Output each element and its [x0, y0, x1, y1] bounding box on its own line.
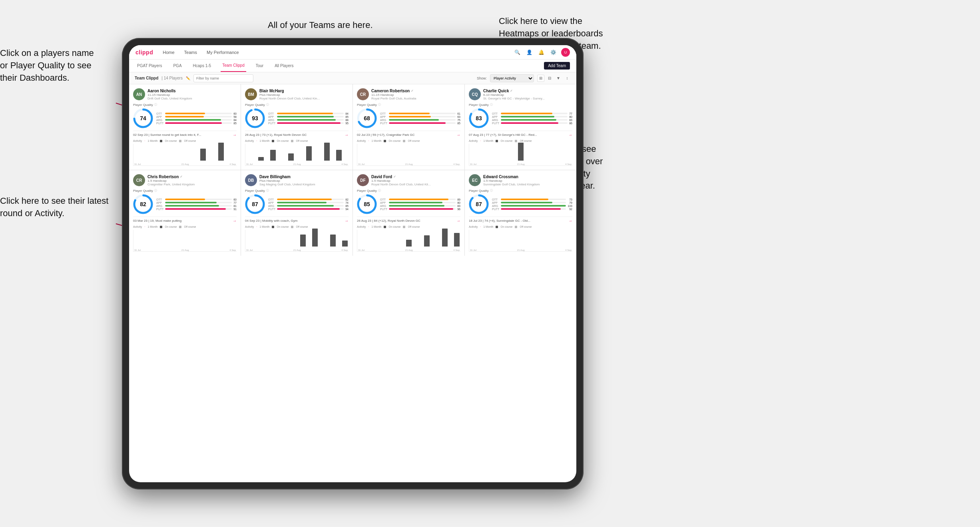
chart-bar [454, 233, 460, 247]
latest-round-arrow[interactable]: → [233, 133, 237, 137]
latest-round[interactable]: 26 Aug 23 | 73 (+1), Royal North Devon G… [245, 131, 349, 137]
player-card[interactable]: DB Dave Billingham Plus Handicap Sag Mag… [241, 170, 353, 256]
quality-section[interactable]: 82 OTT 60 APP 77 ARG 81 PUTT [133, 194, 237, 214]
latest-round[interactable]: 18 Jul 23 | 74 (+4), Sunningdale GC - Ol… [469, 217, 572, 223]
chart-bar [312, 229, 318, 247]
stat-bar-fill [501, 113, 552, 114]
edit-icon[interactable]: ✏️ [186, 76, 190, 80]
stat-value-arg: 88 [345, 119, 349, 121]
quality-circle[interactable]: 83 [469, 108, 489, 128]
activity-legend: On course Off course [384, 139, 420, 142]
quality-section[interactable]: 85 OTT 89 APP 80 ARG 83 PUTT [357, 194, 460, 214]
activity-period[interactable]: 1 Month [147, 225, 157, 228]
quality-section[interactable]: 87 OTT 82 APP 74 ARG 85 PUTT [245, 194, 349, 214]
bell-icon[interactable]: 🔔 [537, 48, 545, 56]
team-title: Team Clippd [135, 76, 158, 80]
tab-pga[interactable]: PGA [171, 60, 183, 72]
filter-input[interactable] [193, 74, 253, 82]
player-card[interactable]: DF David Ford ✓ 1-5 Handicap Royal North… [353, 170, 464, 256]
quality-circle[interactable]: 87 [245, 194, 265, 214]
quality-circle[interactable]: 74 [133, 108, 153, 128]
tab-all-players[interactable]: All Players [273, 60, 295, 72]
quality-section[interactable]: 87 OTT 73 APP 79 ARG 103 PUTT [469, 194, 572, 214]
on-course-dot [160, 226, 162, 228]
player-name[interactable]: Cameron Robertson ✓ [371, 89, 460, 93]
quality-section[interactable]: 83 OTT 77 APP 80 ARG 83 PUTT [469, 108, 572, 128]
activity-period[interactable]: 1 Month [483, 139, 493, 142]
tab-team-clippd[interactable]: Team Clippd [221, 60, 246, 72]
quality-section[interactable]: 74 OTT 60 APP 58 ARG 84 PUTT [133, 108, 237, 128]
quality-section[interactable]: 93 OTT 84 APP 85 ARG 88 PUTT [245, 108, 349, 128]
latest-round-arrow[interactable]: → [233, 219, 237, 223]
chart-date: 31 Jul [358, 163, 365, 165]
latest-round[interactable]: 02 Jul 23 | 59 (+17), Craigmillar Park G… [357, 131, 460, 137]
latest-round-arrow[interactable]: → [345, 219, 349, 223]
latest-round-arrow[interactable]: → [345, 133, 349, 137]
quality-circle[interactable]: 82 [133, 194, 153, 214]
add-team-button[interactable]: Add Team [544, 62, 570, 70]
grid9-view-button[interactable]: ⊟ [546, 75, 553, 82]
search-icon[interactable]: 🔍 [513, 48, 521, 56]
latest-round[interactable]: 04 Sep 23 | Mobility with coach, Gym → [245, 217, 349, 223]
activity-period[interactable]: 1 Month [259, 225, 269, 228]
latest-round[interactable]: 02 Sep 23 | Sunrise round to get back in… [133, 131, 237, 137]
player-name[interactable]: Blair McHarg [259, 89, 349, 93]
tab-hcaps[interactable]: Hcaps 1-5 [191, 60, 213, 72]
nav-my-performance[interactable]: My Performance [207, 50, 239, 55]
activity-period[interactable]: 1 Month [371, 225, 381, 228]
player-card[interactable]: EC Edward Crossman 1-5 Handicap Sunningd… [465, 170, 576, 256]
activity-period[interactable]: 1 Month [483, 225, 493, 228]
player-name[interactable]: Edward Crossman [483, 175, 572, 179]
player-avatar: AN [133, 88, 145, 100]
stat-label-putt: PUTT [380, 122, 387, 125]
filter-button[interactable]: ▼ [555, 75, 562, 82]
quality-circle[interactable]: 93 [245, 108, 265, 128]
quality-score: 68 [364, 115, 370, 121]
player-name[interactable]: Dave Billingham [259, 175, 349, 179]
activity-period[interactable]: 1 Month [371, 139, 381, 142]
tab-tour[interactable]: Tour [254, 60, 265, 72]
activity-period[interactable]: 1 Month [259, 139, 269, 142]
show-select[interactable]: Player Activity Quality Score Trend [490, 74, 534, 82]
player-card[interactable]: CR Chris Robertson ✓ 1-5 Handicap Craigm… [129, 170, 241, 256]
player-info: Cameron Robertson ✓ 11-15 Handicap Royal… [371, 89, 460, 100]
on-course-dot [496, 226, 498, 228]
grid4-view-button[interactable]: ⊞ [537, 75, 544, 82]
latest-round[interactable]: 07 Aug 23 | 77 (+7), St George's Hill GC… [469, 131, 572, 137]
nav-home[interactable]: Home [163, 50, 174, 55]
latest-round-arrow[interactable]: → [568, 219, 572, 223]
quality-circle[interactable]: 68 [357, 108, 377, 128]
person-icon[interactable]: 👤 [525, 48, 533, 56]
player-card[interactable]: CQ Charlie Quick ✓ 6-10 Handicap St. Geo… [465, 84, 576, 170]
quality-score: 83 [476, 115, 482, 121]
latest-round[interactable]: 26 Aug 23 | 84 (+12), Royal North Devon … [357, 217, 460, 223]
tab-pgat-players[interactable]: PGAT Players [135, 60, 163, 72]
nav-teams[interactable]: Teams [184, 50, 197, 55]
latest-round-arrow[interactable]: → [568, 133, 572, 137]
quality-section[interactable]: 68 OTT 61 APP 63 ARG 75 PUTT [357, 108, 460, 128]
latest-round-arrow[interactable]: → [456, 219, 460, 223]
stats-grid: OTT 73 APP 79 ARG 103 PUTT 92 [492, 198, 572, 211]
activity-period[interactable]: 1 Month [147, 139, 157, 142]
player-card[interactable]: BM Blair McHarg Plus Handicap Royal Nort… [241, 84, 353, 170]
sort-button[interactable]: ↕ [564, 75, 571, 82]
latest-round-arrow[interactable]: → [456, 133, 460, 137]
quality-circle[interactable]: 85 [357, 194, 377, 214]
player-card[interactable]: AN Aaron Nicholls 11-15 Handicap Drift G… [129, 84, 241, 170]
chart-date: 4 Sep [565, 249, 572, 251]
stat-value-putt: 85 [457, 122, 460, 125]
activity-title: Activity [133, 139, 142, 142]
player-name[interactable]: Aaron Nicholls [147, 89, 237, 93]
settings-icon[interactable]: ⚙️ [549, 48, 557, 56]
player-name[interactable]: Chris Robertson ✓ [147, 175, 237, 179]
avatar[interactable]: U [561, 48, 570, 57]
latest-round[interactable]: 03 Mar 23 | 19, Must make putting → [133, 217, 237, 223]
player-card[interactable]: CR Cameron Robertson ✓ 11-15 Handicap Ro… [353, 84, 464, 170]
stat-value-app: 63 [457, 115, 460, 118]
chart-bar [300, 235, 306, 247]
player-name[interactable]: Charlie Quick ✓ [483, 89, 572, 93]
activity-header: Activity · 1 Month On course Off course [133, 139, 237, 142]
period-dot: · [144, 139, 145, 142]
quality-circle[interactable]: 87 [469, 194, 489, 214]
player-name[interactable]: David Ford ✓ [371, 175, 460, 179]
